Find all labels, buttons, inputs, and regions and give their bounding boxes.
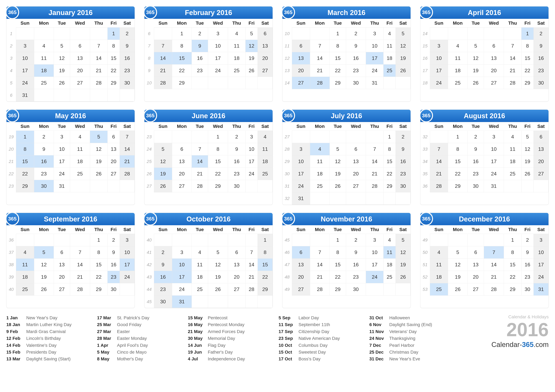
day-cell: 30 xyxy=(107,283,120,296)
day-cell: 7 xyxy=(120,131,134,143)
day-cell: 8 xyxy=(258,246,272,259)
day-cell: 31 xyxy=(292,192,310,205)
day-cell: 7 xyxy=(504,40,521,52)
day-cell: 7 xyxy=(245,246,258,259)
holiday-name: Armed Forces Day xyxy=(208,328,245,335)
day-cell: 3 xyxy=(366,28,384,40)
holiday-date: 6 Nov xyxy=(369,321,387,328)
day-cell: 17 xyxy=(245,155,258,168)
day-cell: 14 xyxy=(310,52,329,64)
day-cell: 2 xyxy=(154,246,172,259)
day-cell: 15 xyxy=(521,52,533,64)
day-cell: 29 xyxy=(504,283,521,296)
week-number: 1 xyxy=(7,28,16,40)
week-number: 27 xyxy=(145,180,154,192)
day-cell: 6 xyxy=(346,143,366,155)
weekday-header: Fri xyxy=(521,225,533,234)
day-cell-empty xyxy=(310,234,329,246)
holiday-name: Mardi Gras Carnival xyxy=(26,328,66,335)
day-cell: 10 xyxy=(430,52,448,64)
day-cell: 25 xyxy=(228,64,246,77)
weekday-header: Wed xyxy=(208,122,228,131)
day-cell: 6 xyxy=(70,40,90,52)
day-cell: 15 xyxy=(258,259,272,271)
day-cell-empty xyxy=(258,296,272,308)
week-number: 20 xyxy=(7,143,16,155)
holiday-name: Valentine's Day xyxy=(26,342,57,349)
day-cell-empty xyxy=(70,28,90,40)
day-cell: 9 xyxy=(533,40,548,52)
day-cell-empty xyxy=(228,234,246,246)
day-cell: 12 xyxy=(329,155,346,168)
day-cell: 24 xyxy=(208,64,228,77)
day-cell-empty xyxy=(208,234,228,246)
day-cell: 20 xyxy=(172,168,192,180)
day-cell: 17 xyxy=(533,259,548,271)
weekday-header: Tue xyxy=(467,19,484,28)
day-cell: 15 xyxy=(329,52,346,64)
day-cell: 25 xyxy=(310,180,329,192)
day-cell: 29 xyxy=(172,77,192,89)
day-cell: 18 xyxy=(383,52,395,64)
week-number: 40 xyxy=(7,283,16,296)
weekday-header: Mon xyxy=(448,122,467,131)
week-number: 10 xyxy=(145,77,154,89)
day-cell: 4 xyxy=(310,143,329,155)
day-cell: 9 xyxy=(346,246,366,259)
week-number: 38 xyxy=(7,259,16,271)
holiday-date: 5 May xyxy=(97,349,115,356)
holiday-date: 11 Sep xyxy=(279,321,296,328)
day-cell: 7 xyxy=(366,143,384,155)
day-cell: 23 xyxy=(34,168,54,180)
holiday-column: 1 JanNew Year's Day18 JanMartin Luther K… xyxy=(6,314,91,363)
day-cell: 28 xyxy=(120,168,134,180)
weekday-header: Mon xyxy=(448,225,467,234)
holiday-date: 25 Mar xyxy=(97,321,115,328)
day-cell: 25 xyxy=(448,77,467,89)
day-cell: 10 xyxy=(366,246,384,259)
day-cell: 1 xyxy=(383,131,395,143)
day-cell: 14 xyxy=(70,259,90,271)
day-cell-empty xyxy=(154,28,172,40)
day-cell: 21 xyxy=(484,271,504,283)
week-number: 48 xyxy=(282,271,292,283)
weekday-header: Thu xyxy=(228,225,246,234)
week-number: 49 xyxy=(282,283,292,296)
holiday-date: 15 Oct xyxy=(279,349,296,356)
day-cell: 31 xyxy=(484,180,504,192)
day-cell: 11 xyxy=(383,40,395,52)
day-cell: 20 xyxy=(228,271,246,283)
day-cell: 16 xyxy=(346,52,366,64)
month-title: July 2016 xyxy=(282,110,410,122)
day-cell: 2 xyxy=(192,28,208,40)
day-cell: 3 xyxy=(54,131,70,143)
day-cell-empty xyxy=(521,180,533,192)
day-cell: 23 xyxy=(192,64,208,77)
month-table: SunMonTueWedThuFriSat1122345678931011121… xyxy=(7,19,135,101)
holiday-name: St. Patrick's Day xyxy=(117,314,150,321)
day-cell: 3 xyxy=(172,246,192,259)
day-cell: 10 xyxy=(533,246,548,259)
day-cell: 4 xyxy=(192,246,208,259)
day-cell: 24 xyxy=(172,283,192,296)
day-cell: 4 xyxy=(16,246,34,259)
day-cell: 26 xyxy=(90,168,108,180)
day-cell-empty xyxy=(366,283,384,296)
day-cell: 30 xyxy=(346,283,366,296)
week-number: 5 xyxy=(7,77,16,89)
month-title: February 2016 xyxy=(145,7,273,19)
day-cell-empty xyxy=(310,192,329,205)
day-cell: 30 xyxy=(154,296,172,308)
day-cell: 23 xyxy=(533,64,548,77)
day-cell: 18 xyxy=(34,64,54,77)
holiday-date: 31 Oct xyxy=(369,314,387,321)
day-cell: 30 xyxy=(533,77,548,89)
day-cell: 1 xyxy=(90,234,108,246)
day-cell: 2 xyxy=(228,131,246,143)
day-cell: 15 xyxy=(16,155,34,168)
day-cell: 21 xyxy=(120,155,134,168)
day-cell: 24 xyxy=(533,271,548,283)
day-cell: 15 xyxy=(107,52,120,64)
day-cell: 12 xyxy=(521,143,533,155)
day-cell: 12 xyxy=(467,52,484,64)
